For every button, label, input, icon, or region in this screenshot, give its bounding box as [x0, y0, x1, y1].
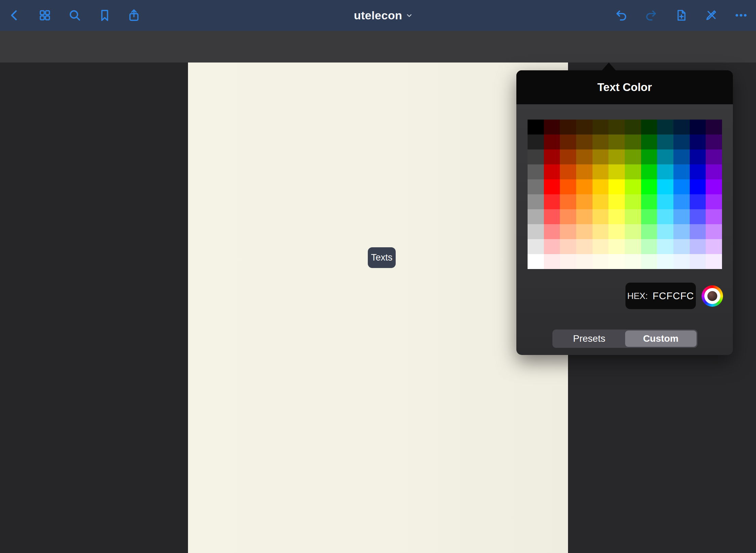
more-options-icon[interactable]	[734, 8, 749, 23]
color-swatch-cell[interactable]	[608, 254, 625, 269]
color-swatch-cell[interactable]	[592, 164, 609, 179]
color-swatch-cell[interactable]	[544, 224, 560, 239]
color-swatch-cell[interactable]	[690, 149, 706, 164]
share-icon[interactable]	[126, 8, 141, 23]
color-swatch-cell[interactable]	[625, 179, 641, 194]
color-swatch-cell[interactable]	[528, 149, 544, 164]
text-object[interactable]: Texts	[368, 247, 396, 268]
bookmark-icon[interactable]	[97, 8, 112, 23]
color-swatch-cell[interactable]	[690, 179, 706, 194]
color-swatch-cell[interactable]	[592, 194, 609, 209]
color-swatch-cell[interactable]	[560, 179, 576, 194]
color-swatch-cell[interactable]	[608, 135, 625, 149]
color-swatch-cell[interactable]	[641, 254, 657, 269]
color-swatch-cell[interactable]	[576, 179, 592, 194]
color-swatch-cell[interactable]	[592, 135, 609, 149]
color-wheel-button[interactable]	[702, 285, 723, 307]
color-swatch-cell[interactable]	[706, 135, 722, 149]
color-swatch-cell[interactable]	[576, 224, 592, 239]
color-swatch-cell[interactable]	[576, 254, 592, 269]
color-swatch-cell[interactable]	[657, 224, 673, 239]
color-swatch-cell[interactable]	[625, 254, 641, 269]
color-swatch-cell[interactable]	[544, 179, 560, 194]
tab-presets[interactable]: Presets	[553, 331, 625, 347]
color-swatch-cell[interactable]	[673, 120, 690, 135]
color-swatch-cell[interactable]	[528, 239, 544, 254]
color-swatch-cell[interactable]	[706, 254, 722, 269]
color-swatch-cell[interactable]	[641, 179, 657, 194]
color-swatch-cell[interactable]	[706, 209, 722, 224]
color-swatch-cell[interactable]	[576, 239, 592, 254]
color-swatch-cell[interactable]	[528, 254, 544, 269]
color-swatch-cell[interactable]	[560, 120, 576, 135]
color-swatch-cell[interactable]	[673, 194, 690, 209]
color-swatch-cell[interactable]	[576, 149, 592, 164]
color-swatch-cell[interactable]	[608, 224, 625, 239]
color-swatch-cell[interactable]	[544, 120, 560, 135]
color-swatch-cell[interactable]	[673, 254, 690, 269]
color-swatch-cell[interactable]	[528, 209, 544, 224]
color-swatch-cell[interactable]	[560, 135, 576, 149]
color-swatch-cell[interactable]	[673, 164, 690, 179]
color-swatch-cell[interactable]	[673, 179, 690, 194]
hex-input[interactable]: HEX: FCFCFC	[625, 283, 696, 309]
color-swatch-cell[interactable]	[592, 120, 609, 135]
color-swatch-cell[interactable]	[592, 224, 609, 239]
color-swatch-cell[interactable]	[657, 120, 673, 135]
color-swatch-cell[interactable]	[625, 149, 641, 164]
color-swatch-cell[interactable]	[560, 149, 576, 164]
color-swatch-cell[interactable]	[690, 254, 706, 269]
color-swatch-cell[interactable]	[657, 164, 673, 179]
color-swatch-cell[interactable]	[690, 209, 706, 224]
color-swatch-cell[interactable]	[641, 224, 657, 239]
color-swatch-cell[interactable]	[608, 209, 625, 224]
color-swatch-cell[interactable]	[608, 164, 625, 179]
color-swatch-cell[interactable]	[576, 120, 592, 135]
color-swatch-cell[interactable]	[641, 149, 657, 164]
color-swatch-cell[interactable]	[592, 209, 609, 224]
color-swatch-cell[interactable]	[576, 164, 592, 179]
color-swatch-cell[interactable]	[657, 209, 673, 224]
back-icon[interactable]	[7, 8, 22, 23]
color-swatch-cell[interactable]	[657, 239, 673, 254]
color-swatch-cell[interactable]	[544, 194, 560, 209]
color-swatch-cell[interactable]	[641, 209, 657, 224]
color-swatch-cell[interactable]	[528, 164, 544, 179]
color-swatch-cell[interactable]	[706, 224, 722, 239]
color-swatch-cell[interactable]	[625, 239, 641, 254]
color-swatch-cell[interactable]	[625, 164, 641, 179]
tab-custom[interactable]: Custom	[625, 331, 697, 347]
color-swatch-cell[interactable]	[673, 239, 690, 254]
document-title-button[interactable]: utelecon	[354, 9, 413, 22]
color-swatch-cell[interactable]	[608, 239, 625, 254]
color-swatch-cell[interactable]	[657, 179, 673, 194]
color-swatch-cell[interactable]	[673, 149, 690, 164]
color-swatch-cell[interactable]	[625, 194, 641, 209]
color-swatch-cell[interactable]	[690, 224, 706, 239]
color-swatch-cell[interactable]	[706, 164, 722, 179]
color-swatch-cell[interactable]	[544, 254, 560, 269]
search-icon[interactable]	[67, 8, 82, 23]
color-swatch-cell[interactable]	[560, 254, 576, 269]
color-swatch-cell[interactable]	[690, 239, 706, 254]
color-swatch-cell[interactable]	[673, 209, 690, 224]
color-swatch-cell[interactable]	[560, 164, 576, 179]
color-swatch-cell[interactable]	[592, 149, 609, 164]
color-swatch-cell[interactable]	[641, 194, 657, 209]
color-swatch-cell[interactable]	[528, 120, 544, 135]
color-swatch-cell[interactable]	[657, 254, 673, 269]
color-swatch-cell[interactable]	[641, 164, 657, 179]
color-swatch-cell[interactable]	[657, 135, 673, 149]
color-swatch-cell[interactable]	[592, 254, 609, 269]
color-swatch-cell[interactable]	[706, 179, 722, 194]
color-swatch-cell[interactable]	[528, 179, 544, 194]
color-swatch-cell[interactable]	[592, 239, 609, 254]
color-swatch-cell[interactable]	[576, 209, 592, 224]
color-swatch-cell[interactable]	[560, 239, 576, 254]
color-swatch-cell[interactable]	[544, 164, 560, 179]
color-swatch-cell[interactable]	[641, 239, 657, 254]
color-swatch-cell[interactable]	[544, 149, 560, 164]
color-swatch-cell[interactable]	[608, 149, 625, 164]
color-swatch-cell[interactable]	[625, 209, 641, 224]
color-swatch-cell[interactable]	[528, 135, 544, 149]
